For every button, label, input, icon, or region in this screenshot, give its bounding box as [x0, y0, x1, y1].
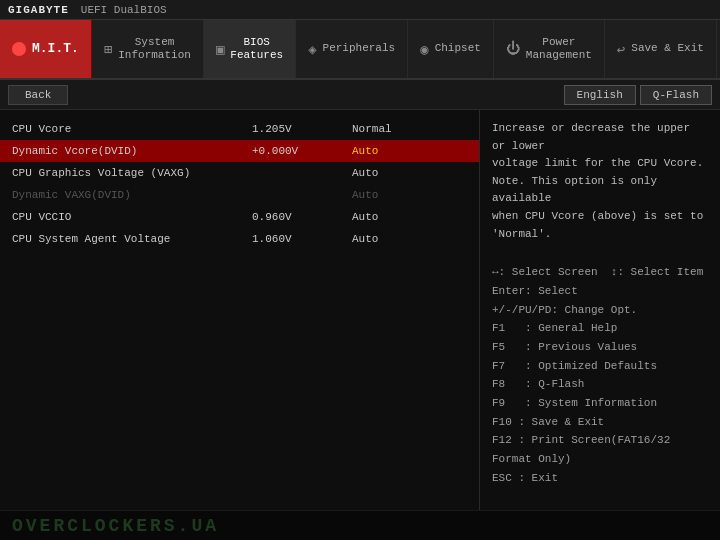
shortcuts-panel: ↔: Select Screen ↕: Select Item Enter: S… [492, 263, 708, 487]
setting-status-dynamic-vaxg: Auto [352, 189, 378, 201]
shortcut-enter: Enter: Select [492, 282, 708, 301]
shortcut-f7: F7 : Optimized Defaults [492, 357, 708, 376]
settings-panel: CPU Vcore 1.205V Normal Dynamic Vcore(DV… [0, 110, 480, 510]
brand-logo: GIGABYTE [8, 4, 69, 16]
watermark-text: OVERCLOCKERS.UA [12, 516, 219, 536]
setting-value-cpu-vcore: 1.205V [252, 123, 352, 135]
nav-chipset[interactable]: ◉ Chipset [408, 20, 494, 78]
nav-chipset-label: Chipset [435, 42, 481, 55]
power-icon: ⏻ [506, 41, 520, 57]
nav-system-info[interactable]: ⊞ SystemInformation [92, 20, 204, 78]
nav-bios-features-label: BIOSFeatures [230, 36, 283, 62]
chipset-icon: ◉ [420, 41, 428, 58]
qflash-button[interactable]: Q-Flash [640, 85, 712, 105]
system-info-icon: ⊞ [104, 41, 112, 58]
shortcut-f10: F10 : Save & Exit [492, 413, 708, 432]
setting-name-cpu-vccio: CPU VCCIO [12, 211, 252, 223]
setting-status-cpu-vcore: Normal [352, 123, 392, 135]
shortcut-select-screen: ↔: Select Screen ↕: Select Item [492, 263, 708, 282]
setting-name-cpu-vcore: CPU Vcore [12, 123, 252, 135]
header-bar: GIGABYTE UEFI DualBIOS [0, 0, 720, 20]
main-content: CPU Vcore 1.205V Normal Dynamic Vcore(DV… [0, 110, 720, 510]
uefi-label: UEFI DualBIOS [81, 4, 167, 16]
back-button[interactable]: Back [8, 85, 68, 105]
shortcut-f9: F9 : System Information [492, 394, 708, 413]
setting-dynamic-vcore[interactable]: Dynamic Vcore(DVID) +0.000V Auto [0, 140, 479, 162]
save-exit-icon: ↩ [617, 41, 625, 58]
setting-status-cpu-vccio: Auto [352, 211, 378, 223]
setting-status-cpu-graphics-voltage: Auto [352, 167, 378, 179]
nav-system-info-label: SystemInformation [118, 36, 191, 62]
nav-save-exit-label: Save & Exit [631, 42, 704, 55]
footer: OVERCLOCKERS.UA [0, 510, 720, 540]
shortcut-f12: F12 : Print Screen(FAT16/32 Format Only) [492, 431, 708, 468]
setting-cpu-vcore[interactable]: CPU Vcore 1.205V Normal [0, 118, 479, 140]
setting-status-cpu-system-agent: Auto [352, 233, 378, 245]
shortcut-f5: F5 : Previous Values [492, 338, 708, 357]
shortcut-f1: F1 : General Help [492, 319, 708, 338]
setting-value-cpu-vccio: 0.960V [252, 211, 352, 223]
setting-name-dynamic-vaxg: Dynamic VAXG(DVID) [12, 189, 252, 201]
setting-value-cpu-system-agent: 1.060V [252, 233, 352, 245]
bios-features-icon: ▣ [216, 41, 224, 58]
nav-bios-features[interactable]: ▣ BIOSFeatures [204, 20, 296, 78]
toolbar: Back English Q-Flash [0, 80, 720, 110]
nav-mit[interactable]: M.I.T. [0, 20, 92, 78]
language-button[interactable]: English [564, 85, 636, 105]
setting-status-dynamic-vcore: Auto [352, 145, 378, 157]
peripherals-icon: ◈ [308, 41, 316, 58]
setting-cpu-system-agent[interactable]: CPU System Agent Voltage 1.060V Auto [0, 228, 479, 250]
shortcut-f8: F8 : Q-Flash [492, 375, 708, 394]
nav-save-exit[interactable]: ↩ Save & Exit [605, 20, 717, 78]
mit-label: M.I.T. [32, 41, 79, 57]
setting-cpu-vccio[interactable]: CPU VCCIO 0.960V Auto [0, 206, 479, 228]
mit-dot-icon [12, 42, 26, 56]
setting-name-cpu-graphics-voltage: CPU Graphics Voltage (VAXG) [12, 167, 252, 179]
setting-cpu-graphics-voltage[interactable]: CPU Graphics Voltage (VAXG) Auto [0, 162, 479, 184]
description-panel: Increase or decrease the upper or lower … [480, 110, 720, 510]
shortcut-change-opt: +/-/PU/PD: Change Opt. [492, 301, 708, 320]
setting-dynamic-vaxg: Dynamic VAXG(DVID) Auto [0, 184, 479, 206]
navigation-bar: M.I.T. ⊞ SystemInformation ▣ BIOSFeature… [0, 20, 720, 80]
setting-name-cpu-system-agent: CPU System Agent Voltage [12, 233, 252, 245]
shortcut-esc: ESC : Exit [492, 469, 708, 488]
nav-peripherals-label: Peripherals [323, 42, 396, 55]
setting-value-dynamic-vcore: +0.000V [252, 145, 352, 157]
language-section: English Q-Flash [564, 85, 712, 105]
description-text: Increase or decrease the upper or lower … [492, 120, 708, 243]
nav-peripherals[interactable]: ◈ Peripherals [296, 20, 408, 78]
setting-name-dynamic-vcore: Dynamic Vcore(DVID) [12, 145, 252, 157]
nav-power-label: PowerManagement [526, 36, 592, 62]
nav-power-management[interactable]: ⏻ PowerManagement [494, 20, 605, 78]
